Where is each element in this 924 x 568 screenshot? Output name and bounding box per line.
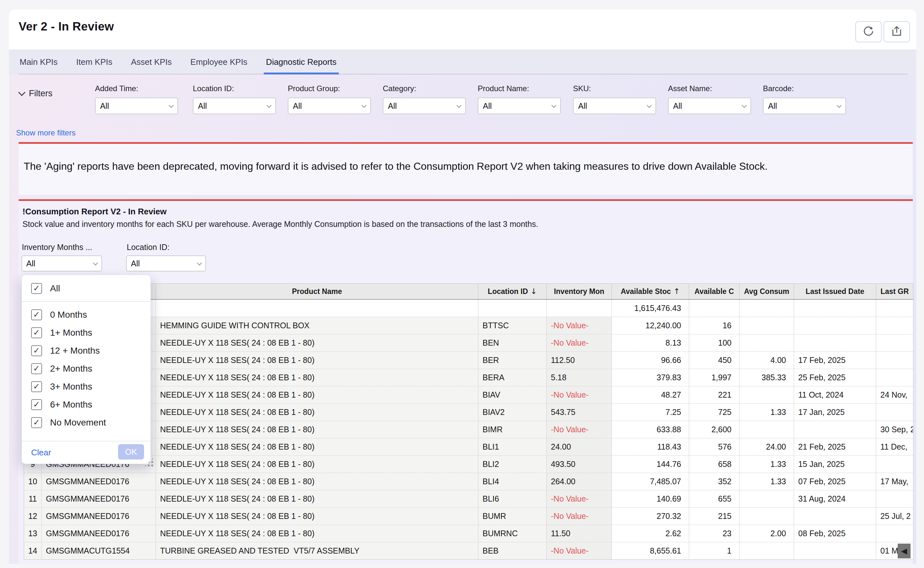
column-header-inventory-mon[interactable]: Inventory Mon [547, 284, 612, 299]
dropdown-option-all[interactable]: ✓ All [22, 279, 151, 298]
show-more-filters-link[interactable]: Show more filters [16, 128, 75, 137]
dropdown-option-label: 0 Months [50, 310, 87, 320]
filter-select[interactable]: All [383, 98, 466, 114]
filter-group: Added Time:All [95, 84, 178, 114]
table-row[interactable]: 5NEEDLE-UY X 118 SES( 24 : 08 EB 1 - 80)… [24, 386, 913, 403]
table-cell [876, 352, 913, 369]
table-cell: 24.00 [547, 438, 612, 455]
dropdown-option-12-months[interactable]: ✓12 + Months [22, 342, 151, 360]
table-row[interactable]: 8NEEDLE-UY X 118 SES( 24 : 08 EB 1 - 80)… [24, 438, 913, 455]
column-header-product-name[interactable]: Product Name [156, 284, 478, 299]
filter-select[interactable]: All [95, 98, 178, 114]
table-cell: 118.43 [612, 438, 689, 455]
location-id-select[interactable]: All [126, 255, 206, 272]
table-cell: 8.13 [612, 334, 689, 351]
table-row[interactable]: 10GMSGMMANEED0176NEEDLE-UY X 118 SES( 24… [24, 473, 913, 490]
dropdown-option-3-months[interactable]: ✓3+ Months [22, 378, 151, 396]
report-title: !Consumption Report V2 - In Review [23, 207, 166, 217]
table-cell: BLI1 [478, 438, 547, 455]
table-row[interactable]: 4NEEDLE-UY X 118 SES( 24 : 08 EB 1 - 80)… [24, 369, 913, 386]
table-cell [740, 317, 794, 334]
table-cell: 30 Sep, 2 [876, 421, 913, 438]
table-cell: 1,997 [689, 369, 740, 386]
summary-cell [156, 300, 478, 317]
column-header-available-stoc[interactable]: Available Stoc↑ [612, 284, 689, 299]
checkbox[interactable]: ✓ [31, 417, 42, 428]
filter-select[interactable]: All [193, 98, 276, 114]
checkbox-all[interactable]: ✓ [31, 283, 42, 294]
filter-select-value: All [768, 101, 777, 111]
chevron-down-icon [552, 103, 557, 108]
refresh-button[interactable] [855, 21, 882, 42]
filter-select-value: All [578, 101, 587, 111]
summary-cell [876, 300, 913, 317]
table-cell: NEEDLE-UY X 118 SES( 24 : 08 EB 1 - 80) [156, 421, 478, 438]
table-cell: BEB [478, 542, 547, 559]
table-row[interactable]: 14GMSGMMACUTG1554TURBINE GREASED AND TES… [24, 542, 913, 559]
dropdown-option-2-months[interactable]: ✓2+ Months [22, 360, 151, 378]
filters-toggle[interactable]: Filters [19, 89, 53, 98]
tab-main-kpis[interactable]: Main KPIs [19, 50, 59, 74]
table-cell: NEEDLE-UY X 118 SES( 24 : 08 EB 1 - 80) [156, 508, 478, 525]
filter-select[interactable]: All [763, 98, 846, 114]
column-header-last-issued-date[interactable]: Last Issued Date [794, 284, 876, 299]
check-icon: ✓ [33, 418, 40, 426]
table-cell [876, 525, 913, 542]
column-header-last-gr[interactable]: Last GR [876, 284, 913, 299]
table-cell: 11 Dec, [876, 438, 913, 455]
export-button[interactable] [883, 21, 910, 42]
table-row[interactable]: 9GMSGMMANEED0176NEEDLE-UY X 118 SES( 24 … [24, 455, 913, 473]
table-row[interactable]: 12GMSGMMANEED0176NEEDLE-UY X 118 SES( 24… [24, 508, 913, 525]
checkbox[interactable]: ✓ [31, 345, 42, 356]
table-cell [794, 334, 876, 351]
table-row[interactable]: 7NEEDLE-UY X 118 SES( 24 : 08 EB 1 - 80)… [24, 421, 913, 438]
tab-bar: Main KPIsItem KPIsAsset KPIsEmployee KPI… [9, 50, 916, 74]
checkbox[interactable]: ✓ [31, 399, 42, 410]
filter-select[interactable]: All [478, 98, 561, 114]
table-row[interactable]: 2NEEDLE-UY X 118 SES( 24 : 08 EB 1 - 80)… [24, 334, 913, 351]
table-row[interactable]: 1HEMMING GUIDE WITH CONTROL BOXBTTSC-No … [24, 317, 913, 334]
checkbox[interactable]: ✓ [31, 363, 42, 374]
filter-select[interactable]: All [288, 98, 371, 114]
table-cell: NEEDLE-UY X 118 SES( 24 : 08 EB 1 - 80) [156, 490, 478, 508]
filter-group: Category:All [383, 84, 466, 114]
horizontal-scroll-left-button[interactable]: ◀ [898, 544, 910, 558]
ok-button[interactable]: OK [118, 444, 144, 459]
filter-select[interactable]: All [668, 98, 751, 114]
filter-label: Product Name: [478, 84, 561, 93]
tab-asset-kpis[interactable]: Asset KPIs [130, 50, 173, 74]
dropdown-option-6-months[interactable]: ✓6+ Months [22, 396, 151, 414]
table-row[interactable]: 11GMSGMMANEED0176NEEDLE-UY X 118 SES( 24… [24, 490, 913, 508]
tab-diagnostic-reports[interactable]: Diagnostic Reports [265, 50, 338, 74]
tab-baseline [19, 74, 908, 74]
column-header-avg-consum[interactable]: Avg Consum [740, 284, 794, 299]
table-cell: NEEDLE-UY X 118 SES( 24 : 08 EB 1 - 80) [156, 369, 478, 386]
dropdown-option-label: 6+ Months [50, 400, 92, 410]
checkbox[interactable]: ✓ [31, 381, 42, 392]
table-cell: 13 [24, 525, 42, 542]
filter-label: Product Group: [288, 84, 371, 93]
dropdown-option-0-months[interactable]: ✓0 Months [22, 306, 151, 324]
tab-item-kpis[interactable]: Item KPIs [75, 50, 113, 74]
filter-select-value: All [198, 101, 207, 111]
table-cell: 1 [689, 542, 740, 559]
column-header-location-id[interactable]: Location ID↓ [478, 284, 547, 299]
table-row[interactable]: 13GMSGMMANEED0176NEEDLE-UY X 118 SES( 24… [24, 525, 913, 542]
table-row[interactable]: 3NEEDLE-UY X 118 SES( 24 : 08 EB 1 - 80)… [24, 351, 913, 369]
table-cell: 11.50 [547, 525, 612, 542]
table-row[interactable]: 6NEEDLE-UY X 118 SES( 24 : 08 EB 1 - 80)… [24, 403, 913, 421]
inventory-months-select[interactable]: All [21, 255, 102, 272]
table-cell: 25 Jul, 2 [876, 508, 913, 525]
column-header-available-c[interactable]: Available C [689, 284, 740, 299]
tab-employee-kpis[interactable]: Employee KPIs [189, 50, 248, 74]
dropdown-option-1-months[interactable]: ✓1+ Months [22, 324, 151, 342]
checkbox[interactable]: ✓ [31, 309, 42, 320]
clear-button[interactable]: Clear [31, 448, 51, 458]
filter-select[interactable]: All [573, 98, 656, 114]
consumption-table: Product NameLocation ID↓Inventory MonAva… [24, 283, 913, 560]
dropdown-option-no-movement[interactable]: ✓No Movement [22, 414, 151, 432]
table-cell: BERA [478, 369, 547, 386]
checkbox[interactable]: ✓ [31, 327, 42, 338]
table-cell: 14 [24, 542, 42, 559]
table-cell: 21 Feb, 2025 [794, 438, 876, 455]
